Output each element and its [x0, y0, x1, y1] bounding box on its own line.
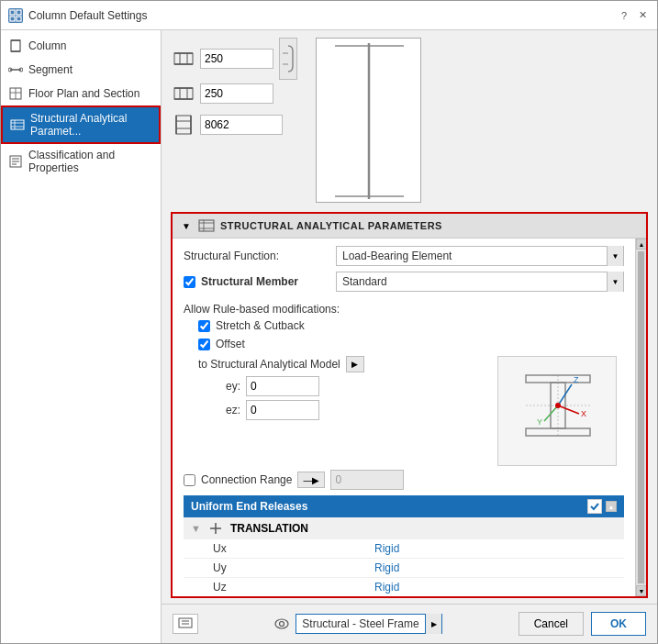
collapse-button[interactable]: ▼ [180, 219, 193, 232]
structural-function-row: Structural Function: Load-Bearing Elemen… [184, 246, 624, 266]
link-button[interactable] [279, 38, 297, 80]
stretch-cutback-row: Stretch & Cutback [198, 319, 624, 332]
uniform-end-releases-header[interactable]: Uniform End Releases ▲ [184, 495, 624, 517]
content-area: Column Segment [1, 30, 657, 643]
sidebar-item-segment[interactable]: Segment [1, 58, 161, 82]
svg-rect-13 [11, 120, 24, 129]
analytical-preview: Z Y X [497, 356, 617, 466]
ez-label: ez: [213, 404, 240, 416]
eye-icon-container [273, 617, 290, 630]
bottom-left [173, 614, 198, 634]
structural-function-label: Structural Function: [184, 250, 330, 262]
uy-value: Rigid [374, 561, 399, 574]
uy-label: Uy [191, 561, 374, 574]
sidebar-item-column[interactable]: Column [1, 34, 161, 58]
ux-label: Ux [191, 542, 374, 555]
table-row-ux: Ux Rigid [184, 539, 624, 559]
dim-row-2: 250 [173, 83, 297, 104]
scroll-thumb[interactable] [638, 251, 644, 583]
structural-function-value: Load-Bearing Element [337, 250, 607, 262]
width-input-2[interactable]: 250 [200, 83, 273, 104]
svg-text:X: X [581, 409, 586, 418]
svg-text:Y: Y [537, 417, 542, 427]
structural-function-arrow[interactable]: ▼ [607, 246, 623, 266]
svg-rect-3 [17, 17, 21, 21]
sidebar-label-segment: Segment [28, 63, 72, 76]
structural-function-select[interactable]: Load-Bearing Element ▼ [336, 246, 624, 266]
svg-point-63 [280, 622, 284, 627]
allow-rule-group: Allow Rule-based modifications: Stretch … [184, 303, 624, 350]
bottom-bar: Structural - Steel Frame ▶ Cancel OK [162, 604, 657, 643]
top-inputs-area: 250 [162, 30, 657, 206]
filter-select[interactable]: Structural - Steel Frame ▶ [296, 614, 442, 634]
help-button[interactable]: ? [617, 8, 631, 23]
to-structural-label: to Structural Analytical Model [198, 358, 340, 371]
offset-row: Offset [198, 338, 624, 350]
width-input-1[interactable]: 250 [200, 49, 273, 69]
stretch-cutback-label: Stretch & Cutback [216, 319, 305, 332]
classification-icon [8, 154, 23, 169]
connection-range-arrow-icon: —▶ [297, 472, 325, 488]
cancel-button[interactable]: Cancel [519, 612, 584, 636]
ey-input[interactable]: 0 [246, 376, 319, 396]
sidebar-label-classification: Classification and Properties [28, 149, 153, 174]
column-icon [8, 39, 23, 53]
floor-plan-icon [8, 86, 23, 101]
params-header: ▼ STRUCTURAL ANALYTICAL PARAMETERS [173, 214, 646, 239]
segment-icon [8, 62, 23, 77]
main-area: 250 [162, 30, 657, 643]
end-releases-scroll-up[interactable]: ▲ [606, 501, 617, 512]
svg-rect-33 [176, 116, 191, 134]
sidebar-item-structural[interactable]: Structural Analytical Paramet... [1, 105, 161, 144]
ez-row: ez: 0 [213, 400, 488, 420]
connection-range-input[interactable]: 0 [330, 470, 404, 490]
stretch-cutback-checkbox[interactable] [198, 320, 210, 332]
scroll-up-btn[interactable]: ▲ [636, 239, 646, 250]
sidebar-label-floor-plan: Floor Plan and Section [28, 87, 139, 100]
dialog-title: Column Default Settings [28, 9, 147, 22]
vertical-scrollbar[interactable]: ▲ ▼ [635, 239, 646, 596]
end-releases-checkbox-icon[interactable] [587, 499, 602, 514]
structural-member-select[interactable]: Standard ▼ [336, 272, 624, 292]
filter-icon-btn[interactable] [173, 614, 198, 634]
close-button[interactable]: ✕ [635, 8, 650, 23]
width-icon-2 [173, 84, 195, 103]
structural-member-checkbox[interactable] [184, 276, 195, 288]
connection-range-row: Connection Range —▶ 0 [184, 470, 624, 490]
svg-point-56 [555, 403, 561, 408]
dialog: Column Default Settings ? ✕ Default Co [0, 0, 658, 644]
ok-button[interactable]: OK [591, 612, 646, 636]
structural-icon [10, 117, 25, 132]
svg-text:Z: Z [574, 375, 579, 384]
dimension-inputs: 250 [173, 38, 297, 135]
svg-rect-59 [179, 618, 192, 627]
translation-label: TRANSLATION [230, 522, 308, 535]
dim-row-depth: 8062 [173, 115, 297, 135]
table-row-uy: Uy Rigid [184, 559, 624, 578]
sidebar-item-floor-plan[interactable]: Floor Plan and Section [1, 82, 161, 105]
filter-select-arrow[interactable]: ▶ [425, 614, 441, 634]
expand-icon: ▼ [191, 523, 201, 534]
analytical-model-inputs: to Structural Analytical Model ▶ ey: 0 e… [184, 356, 488, 466]
width-icon-1 [173, 50, 195, 68]
translation-icon [208, 521, 223, 536]
svg-rect-4 [11, 40, 20, 51]
scroll-down-btn[interactable]: ▼ [636, 585, 646, 596]
depth-input[interactable]: 8062 [200, 115, 283, 135]
end-releases-label: Uniform End Releases [191, 500, 307, 513]
params-body: Structural Function: Load-Bearing Elemen… [173, 239, 635, 596]
connection-range-checkbox[interactable] [184, 474, 195, 486]
end-releases-controls: ▲ [587, 499, 617, 514]
svg-point-62 [275, 619, 288, 628]
bottom-center: Structural - Steel Frame ▶ [204, 614, 513, 634]
offset-checkbox[interactable] [198, 339, 210, 350]
svg-rect-2 [10, 17, 15, 21]
to-structural-arrow-btn[interactable]: ▶ [346, 356, 364, 372]
structural-member-label: Structural Member [201, 275, 298, 288]
ez-input[interactable]: 0 [246, 400, 319, 420]
ux-value: Rigid [374, 542, 399, 555]
sidebar-item-classification[interactable]: Classification and Properties [1, 144, 161, 179]
sidebar-label-structural: Structural Analytical Paramet... [30, 112, 151, 138]
bottom-right: Cancel OK [519, 612, 646, 636]
structural-member-arrow[interactable]: ▼ [607, 272, 623, 292]
